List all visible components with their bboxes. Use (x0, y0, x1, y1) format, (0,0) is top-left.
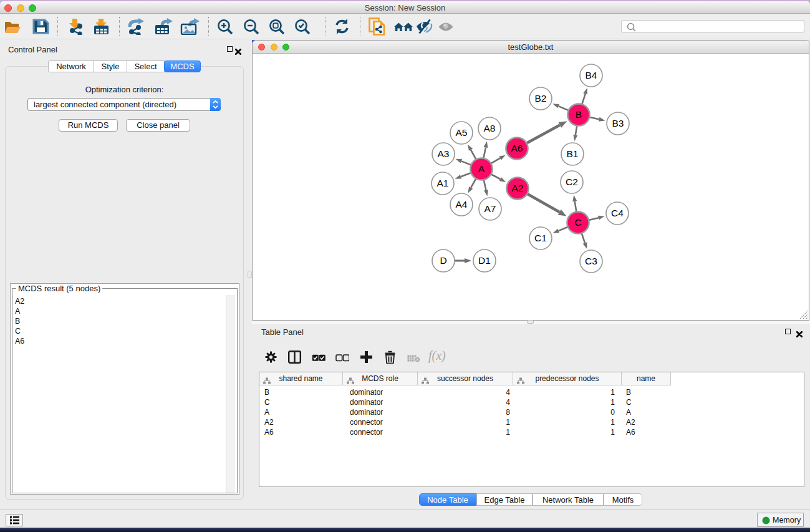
svg-text:A5: A5 (456, 127, 468, 138)
svg-text:C2: C2 (566, 177, 578, 187)
svg-text:A2: A2 (512, 183, 524, 193)
svg-text:A8: A8 (484, 123, 496, 133)
svg-text:C: C (574, 217, 581, 228)
svg-text:D: D (440, 255, 446, 266)
svg-text:C3: C3 (585, 256, 597, 266)
svg-text:C1: C1 (534, 233, 547, 243)
svg-text:D1: D1 (478, 255, 491, 266)
svg-text:B4: B4 (586, 70, 597, 80)
svg-text:A6: A6 (511, 143, 523, 153)
svg-text:B3: B3 (612, 118, 624, 128)
svg-text:C4: C4 (611, 208, 624, 218)
svg-text:B: B (576, 109, 582, 120)
svg-text:A: A (478, 163, 485, 174)
svg-text:A7: A7 (485, 203, 496, 214)
svg-text:A4: A4 (456, 199, 468, 210)
svg-text:B2: B2 (535, 93, 547, 104)
svg-text:B1: B1 (567, 148, 579, 159)
svg-text:A3: A3 (438, 148, 450, 159)
svg-text:A1: A1 (437, 178, 449, 188)
